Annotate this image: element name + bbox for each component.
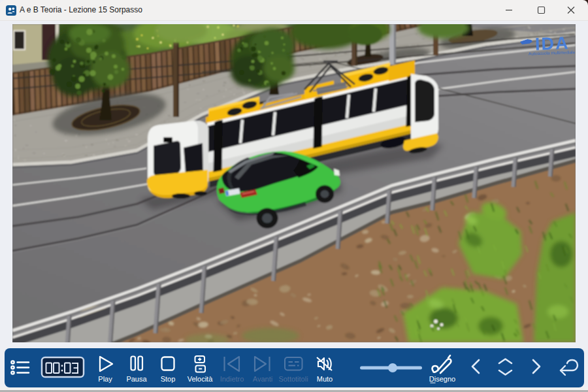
svg-text:Sottotitoli: Sottotitoli [278,375,308,383]
svg-text:Indietro: Indietro [220,375,244,383]
svg-text:Play: Play [98,375,112,383]
svg-text:Pausa: Pausa [126,375,147,383]
svg-text:Avanti: Avanti [253,375,272,383]
svg-text:Muto: Muto [317,375,333,383]
svg-text:Stop: Stop [161,375,176,383]
svg-text:Velocità: Velocità [188,375,213,383]
svg-text:Disegno: Disegno [429,375,455,383]
